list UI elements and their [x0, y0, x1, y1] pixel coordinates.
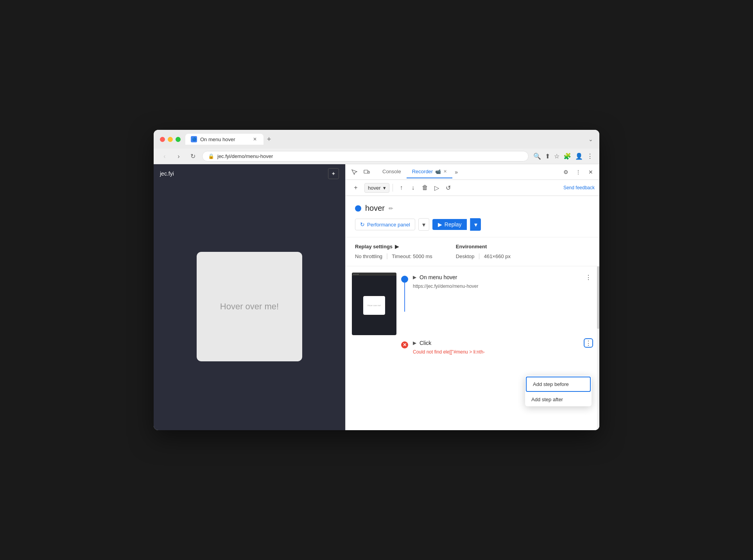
- throttling-value: No throttling: [355, 253, 382, 259]
- scrollbar-thumb[interactable]: [597, 266, 599, 329]
- perf-panel-label: Performance panel: [367, 222, 410, 228]
- tab-expand-button[interactable]: ⌄: [588, 136, 593, 142]
- context-menu: Add step before Add step after: [525, 376, 592, 406]
- tabs-bar: 🔵 On menu hover ✕ + ⌄: [185, 134, 593, 145]
- step-2-error-text: Could not find ele[["#menu > li:nth-: [413, 349, 593, 355]
- minimize-window-button[interactable]: [168, 137, 173, 142]
- upload-recording-button[interactable]: ↑: [396, 182, 407, 193]
- replay-button[interactable]: ▶ Replay: [432, 219, 467, 230]
- devtools-more-button[interactable]: ⋮: [573, 167, 584, 178]
- tab-console[interactable]: Console: [377, 165, 407, 178]
- address-bar: ‹ › ↻ 🔒 jec.fyi/demo/menu-hover 🔍 ⬆ ☆ 🧩 …: [154, 149, 599, 164]
- close-window-button[interactable]: [160, 137, 165, 142]
- traffic-lights: [160, 137, 181, 142]
- replay-settings-section: Replay settings ▶ No throttling | Timeou…: [346, 237, 599, 266]
- delete-recording-button[interactable]: 🗑: [420, 182, 430, 193]
- active-tab[interactable]: 🔵 On menu hover ✕: [185, 134, 264, 145]
- reload-button[interactable]: ↻: [188, 153, 197, 160]
- title-bar: 🔵 On menu hover ✕ + ⌄: [154, 130, 599, 149]
- performance-panel-button[interactable]: ↻ Performance panel: [355, 219, 415, 230]
- environment-heading: Environment: [456, 244, 511, 249]
- step-group-2: ✕ ▶ Click ⋮ Could not find ele[["#menu >…: [346, 338, 599, 362]
- step-2-content: ▶ Click ⋮ Could not find ele[["#menu > l…: [413, 338, 593, 355]
- play-recording-button[interactable]: ▷: [431, 182, 442, 193]
- step-1-more-button[interactable]: ⋮: [584, 273, 593, 282]
- timeout-value: Timeout: 5000 ms: [392, 253, 432, 259]
- step-1-expand-button[interactable]: ▶: [413, 275, 416, 280]
- new-tab-button[interactable]: +: [264, 134, 274, 145]
- step-2-label: Click: [420, 340, 431, 346]
- recording-actions: ↻ Performance panel ▾ ▶ Replay ▾: [355, 218, 590, 231]
- add-recording-button[interactable]: +: [350, 182, 361, 193]
- replay-settings-heading[interactable]: Replay settings ▶: [355, 244, 432, 249]
- step-1-content: ▶ On menu hover ⋮ https://jec.fyi/demo/m…: [413, 273, 593, 289]
- search-icon[interactable]: 🔍: [533, 153, 541, 160]
- environment-label: Environment: [456, 244, 487, 249]
- site-label: jec.fyi: [160, 171, 174, 177]
- replay-settings-label: Replay settings: [355, 244, 393, 249]
- theme-toggle-button[interactable]: ✦: [328, 168, 339, 179]
- recording-select-dropdown-icon: ▾: [383, 185, 386, 191]
- recording-header: hover ✏ ↻ Performance panel ▾ ▶ Replay ▾: [346, 196, 599, 237]
- back-button[interactable]: ‹: [160, 153, 169, 160]
- tab-recorder[interactable]: Recorder 📹 ✕: [407, 165, 452, 178]
- profile-icon[interactable]: 👤: [575, 153, 583, 160]
- share-icon[interactable]: ⬆: [545, 153, 550, 160]
- recorder-tab-icon: 📹: [435, 169, 441, 174]
- devtools-right-icons: ⚙ ⋮ ✕: [560, 167, 596, 178]
- replay-settings-expand-icon: ▶: [395, 244, 399, 249]
- webpage-panel: jec.fyi ✦ Hover over me!: [154, 164, 345, 430]
- desktop-value: Desktop: [456, 253, 475, 259]
- step-group-1: Hover over me! ▶ On menu hover ⋮: [346, 273, 599, 335]
- inspector-icon[interactable]: [349, 167, 360, 178]
- step-1-title-row: ▶ On menu hover ⋮: [413, 273, 593, 282]
- forward-button[interactable]: ›: [174, 153, 183, 160]
- maximize-window-button[interactable]: [176, 137, 181, 142]
- step-2-more-button[interactable]: ⋮: [584, 338, 593, 348]
- step-2-title-row: ▶ Click ⋮: [413, 338, 593, 348]
- step-1-line: [404, 283, 405, 312]
- step-1-thumbnail: Hover over me!: [352, 273, 396, 335]
- menu-icon[interactable]: ⋮: [587, 153, 593, 160]
- url-text: jec.fyi/demo/menu-hover: [217, 153, 523, 159]
- replay-play-icon: ▶: [438, 221, 442, 228]
- tab-close-button[interactable]: ✕: [252, 136, 258, 142]
- hover-card[interactable]: Hover over me!: [197, 252, 302, 361]
- replay-history-button[interactable]: ↺: [443, 182, 454, 193]
- context-menu-item-add-before[interactable]: Add step before: [526, 377, 591, 392]
- replay-button-label: Replay: [445, 221, 462, 228]
- devtools-tabs: Console Recorder 📹 ✕ »: [377, 165, 559, 178]
- perf-panel-dropdown-button[interactable]: ▾: [418, 218, 429, 231]
- console-tab-label: Console: [382, 169, 401, 174]
- devtools-settings-button[interactable]: ⚙: [560, 167, 571, 178]
- edit-recording-name-button[interactable]: ✏: [389, 205, 393, 212]
- svg-rect-1: [368, 171, 369, 173]
- more-tabs-button[interactable]: »: [452, 167, 460, 177]
- download-recording-button[interactable]: ↓: [408, 182, 419, 193]
- step-1-url: https://jec.fyi/demo/menu-hover: [413, 284, 593, 289]
- svg-rect-0: [364, 170, 368, 173]
- context-menu-item-add-after[interactable]: Add step after: [525, 393, 592, 406]
- environment-settings: Environment Desktop | 461×660 px: [456, 244, 511, 260]
- step-thumbnail-card: Hover over me!: [363, 296, 385, 315]
- tab-title: On menu hover: [200, 136, 235, 142]
- bookmark-icon[interactable]: ☆: [554, 153, 559, 160]
- tab-favicon: 🔵: [191, 136, 197, 142]
- recording-title: hover: [365, 204, 385, 213]
- scrollbar[interactable]: [597, 266, 599, 430]
- extensions-icon[interactable]: 🧩: [563, 153, 571, 160]
- main-content: jec.fyi ✦ Hover over me!: [154, 164, 599, 430]
- responsive-icon[interactable]: [361, 167, 372, 178]
- lock-icon: 🔒: [208, 153, 214, 159]
- recording-select[interactable]: hover ▾: [364, 183, 389, 193]
- devtools-close-button[interactable]: ✕: [585, 167, 596, 178]
- env-separator: |: [479, 253, 480, 260]
- replay-dropdown-button[interactable]: ▾: [470, 218, 481, 231]
- recorder-action-icons: ↑ ↓ 🗑 ▷ ↺: [396, 182, 454, 193]
- address-input[interactable]: 🔒 jec.fyi/demo/menu-hover: [202, 151, 529, 162]
- send-feedback-link[interactable]: Send feedback: [563, 185, 595, 190]
- recording-name-row: hover ✏: [355, 204, 590, 213]
- throttling-settings: Replay settings ▶ No throttling | Timeou…: [355, 244, 432, 260]
- recorder-tab-close[interactable]: ✕: [443, 169, 447, 174]
- step-2-expand-button[interactable]: ▶: [413, 340, 416, 346]
